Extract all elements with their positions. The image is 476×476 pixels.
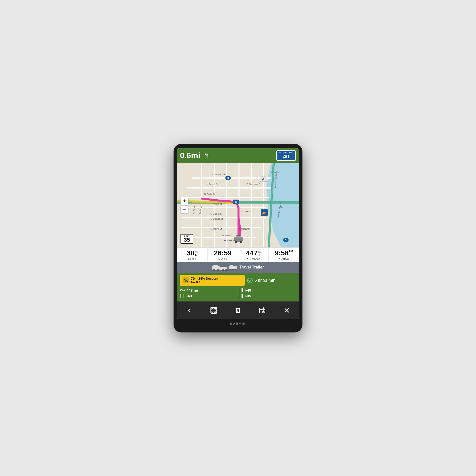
route-split-icon (239, 288, 243, 292)
route-i40: I-40 (245, 288, 251, 292)
nav-distance: 0.6mi (180, 151, 200, 160)
warning-text: 7% - 24% Descent for 0.1mi (191, 277, 218, 284)
svg-rect-62 (230, 265, 233, 267)
svg-point-86 (238, 309, 238, 310)
warning-box: ▼ 7% - 24% Descent for 0.1mi (180, 275, 245, 286)
svg-text:30: 30 (235, 201, 238, 203)
svg-text:N Olive St: N Olive St (212, 203, 222, 205)
svg-text:▼: ▼ (185, 281, 187, 283)
svg-text:70: 70 (284, 239, 287, 241)
i49-info: I-49 (180, 294, 237, 298)
svg-text:70: 70 (227, 177, 230, 179)
svg-text:N Orange St: N Orange St (210, 218, 223, 220)
svg-rect-50 (236, 236, 241, 238)
flag-icon-distance: ⚑ (246, 257, 249, 260)
vehicle-icons (212, 264, 237, 271)
svg-text:N Willow St: N Willow St (210, 228, 222, 230)
speed-limit-sign: LIMIT 35 (180, 234, 193, 244)
vehicle-label: Travel Trailer (239, 265, 264, 269)
trip-time: 6 hr 51 min (255, 278, 275, 283)
nav-header: 0.6mi ↰ INTERSTATE 40 (177, 148, 299, 163)
map-overview-button[interactable] (207, 304, 220, 317)
svg-point-52 (240, 241, 242, 243)
arrival-label: ⚑ Arrival (270, 257, 298, 260)
stats-bar: 30mh Speed 26:59 Moving 447mi ⚑ Distance (177, 247, 299, 262)
trip-planner-button[interactable] (232, 304, 244, 317)
svg-rect-84 (212, 311, 213, 312)
svg-rect-83 (214, 308, 216, 310)
svg-rect-82 (212, 308, 213, 310)
stat-speed: 30mh Speed (177, 248, 208, 262)
svg-point-71 (184, 290, 185, 291)
moving-label: Moving (208, 257, 237, 260)
svg-point-70 (180, 290, 181, 291)
route-i35: I-35 (245, 294, 251, 298)
highway-badge: INTERSTATE 40 (276, 150, 296, 161)
svg-point-69 (247, 278, 252, 283)
stat-distance: 447mi ⚑ Distance (238, 248, 269, 262)
route-split-icon-2 (180, 294, 184, 298)
zoom-in-button[interactable]: + (180, 197, 188, 205)
speed-limit-value: 35 (182, 237, 192, 243)
svg-rect-85 (214, 311, 216, 312)
descent-icon: ▼ (183, 277, 189, 283)
zoom-out-button[interactable]: − (180, 206, 188, 213)
zoom-controls: + − (180, 197, 188, 213)
vehicle-bar: Travel Trailer (177, 262, 299, 273)
svg-text:N Cedar St: N Cedar St (204, 193, 215, 195)
distance-route-icon (180, 288, 185, 292)
svg-rect-63 (234, 266, 237, 269)
svg-point-51 (235, 241, 237, 243)
route-split-icon-3 (239, 294, 243, 298)
clock-check-icon (247, 278, 253, 283)
svg-text:N Willow St: N Willow St (239, 228, 251, 230)
distance-label: ⚑ Distance (239, 257, 268, 260)
speed-value: 30mh (178, 250, 206, 257)
brand-label: GARMIN (177, 322, 299, 326)
info-row-2: I-49 I-35 (180, 294, 296, 298)
trip-distance: 447 mi (186, 288, 198, 292)
moving-value: 26:59 (208, 250, 237, 257)
svg-text:E Riverfront Dr: E Riverfront Dr (246, 183, 261, 185)
back-button[interactable] (183, 304, 196, 317)
stat-moving: 26:59 Moving (208, 248, 238, 262)
i40-info: I-40 (239, 288, 296, 292)
screen: 0.6mi ↰ INTERSTATE 40 (177, 148, 299, 319)
svg-text:MU: MU (262, 178, 266, 181)
time-box: 6 hr 51 min (247, 275, 296, 286)
vehicle-car-icon (212, 264, 227, 271)
route-i49: I-49 (185, 294, 192, 298)
close-button[interactable] (280, 304, 293, 317)
speed-label: Speed (178, 257, 206, 260)
svg-rect-81 (211, 307, 217, 313)
svg-rect-54 (213, 265, 218, 267)
device: 0.6mi ↰ INTERSTATE 40 (174, 144, 302, 332)
svg-text:N Beech St: N Beech St (207, 183, 218, 185)
svg-text:⛺: ⛺ (262, 210, 267, 215)
svg-text:N Maple St: N Maple St (210, 213, 222, 215)
trip-info: ▼ 7% - 24% Descent for 0.1mi 6 hr 51 min (177, 273, 299, 301)
flag-icon-arrival: ⚑ (278, 257, 281, 260)
distance-value: 447mi (239, 250, 268, 257)
svg-text:N Hemlock St: N Hemlock St (212, 173, 226, 176)
warning-time-row: ▼ 7% - 24% Descent for 0.1mi 6 hr 51 min (180, 275, 296, 286)
svg-text:N Main St: N Main St (241, 210, 251, 213)
i35-info: I-35 (239, 294, 296, 298)
info-row-1: 447 mi I-40 (180, 288, 296, 292)
vehicle-truck-icon (229, 264, 237, 270)
distance-info: 447 mi (180, 288, 237, 292)
highway-number: 40 (283, 154, 289, 160)
arrival-value: 9:58PM (270, 250, 298, 257)
stat-arrival: 9:58PM ⚑ Arrival (269, 248, 299, 262)
turn-arrow-icon: ↰ (204, 151, 209, 160)
svg-text:Broadway: Broadway (222, 234, 232, 237)
svg-text:AR-: AR- (280, 206, 283, 208)
bottom-nav (177, 301, 299, 319)
schedule-button[interactable] (256, 304, 269, 317)
map-area[interactable]: N Hemlock St N Beech St N Cedar St N Oli… (177, 163, 299, 247)
